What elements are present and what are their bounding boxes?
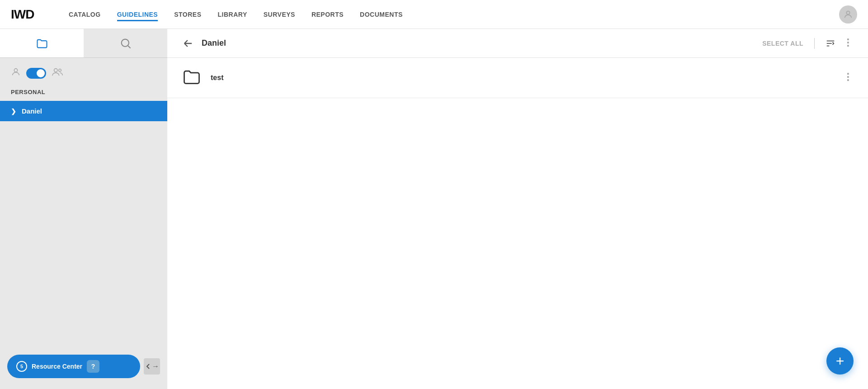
sidebar-section-personal: PERSONAL (0, 89, 167, 101)
svg-point-1 (121, 39, 128, 46)
nav-item-catalog[interactable]: CATALOG (69, 10, 101, 19)
nav-item-surveys[interactable]: SURVEYS (264, 10, 295, 19)
file-more-button[interactable]: ︙ (843, 72, 854, 84)
nav-item-library[interactable]: LIBRARY (218, 10, 247, 19)
file-name-label: test (211, 74, 834, 82)
group-users-icon (52, 67, 63, 80)
avatar[interactable] (839, 5, 857, 24)
nav-item-stores[interactable]: STORES (174, 10, 201, 19)
resource-help-icon[interactable]: ? (87, 360, 99, 373)
back-button[interactable] (182, 37, 194, 50)
chevron-right-icon: ❯ (11, 108, 16, 115)
sidebar-tab-folders[interactable] (0, 29, 84, 57)
nav-menu: CATALOG GUIDELINES STORES LIBRARY SURVEY… (69, 10, 839, 19)
single-user-icon (11, 67, 21, 80)
main-layout: PERSONAL ❯ Daniel 5 Resource Center ? → (0, 29, 868, 389)
sort-button[interactable] (826, 38, 835, 48)
folder-icon (182, 67, 202, 89)
nav-item-documents[interactable]: DOCUMENTS (360, 10, 403, 19)
logo: IWD (11, 7, 47, 22)
content-header: Daniel SELECT ALL ︙ (167, 29, 868, 58)
nav-item-guidelines[interactable]: GUIDELINES (117, 10, 158, 19)
resource-count-badge: 5 (16, 361, 27, 372)
header-divider (814, 38, 815, 49)
select-all-button[interactable]: SELECT ALL (762, 40, 803, 47)
sidebar-item-label: Daniel (22, 107, 42, 115)
nav-right (839, 5, 857, 24)
sidebar-item-daniel[interactable]: ❯ Daniel (0, 101, 167, 121)
user-toggle-row (0, 58, 167, 89)
svg-point-5 (59, 69, 61, 72)
file-list: test ︙ (167, 58, 868, 389)
fab-add-button[interactable]: + (826, 347, 854, 375)
top-nav: IWD CATALOG GUIDELINES STORES LIBRARY SU… (0, 0, 868, 29)
resource-center-label: Resource Center (32, 363, 82, 370)
svg-line-2 (128, 46, 130, 48)
content-title: Daniel (202, 38, 755, 48)
svg-point-0 (846, 11, 849, 14)
svg-point-4 (54, 69, 57, 72)
nav-item-reports[interactable]: REPORTS (311, 10, 344, 19)
sidebar-collapse-button[interactable]: → (144, 358, 160, 375)
plus-icon: + (836, 353, 844, 370)
content-area: Daniel SELECT ALL ︙ t (167, 29, 868, 389)
sidebar-bottom: 5 Resource Center ? → (7, 355, 160, 378)
header-more-button[interactable]: ︙ (843, 38, 854, 49)
resource-center-button[interactable]: 5 Resource Center ? (7, 355, 140, 378)
sidebar-tabs (0, 29, 167, 58)
personal-shared-toggle[interactable] (26, 68, 46, 79)
sidebar-tab-search[interactable] (84, 29, 167, 57)
file-item-test[interactable]: test ︙ (167, 58, 868, 98)
sidebar: PERSONAL ❯ Daniel 5 Resource Center ? → (0, 29, 167, 389)
svg-point-3 (14, 69, 17, 72)
